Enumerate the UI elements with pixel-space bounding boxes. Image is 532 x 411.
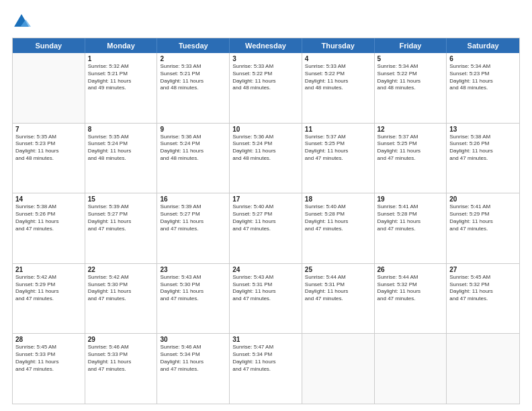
day-number: 24 [232,266,299,273]
cell-info-line: Sunset: 5:30 PM [88,281,154,289]
day-number: 19 [378,195,444,203]
calendar-day-24: 24Sunrise: 5:43 AMSunset: 5:31 PMDayligh… [230,264,302,334]
cell-info-line: Daylight: 11 hours [232,218,299,226]
cell-info-line: Daylight: 11 hours [232,288,299,295]
cell-info-line: and 47 minutes. [305,226,371,233]
logo-icon [12,12,31,31]
cell-info-line: and 48 minutes. [160,155,226,163]
cell-info-line: Sunrise: 5:33 AM [232,63,299,71]
calendar-week-2: 7Sunrise: 5:35 AMSunset: 5:23 PMDaylight… [13,124,519,194]
header [12,12,520,31]
cell-info-line: and 47 minutes. [449,226,517,233]
cell-info-line: Sunset: 5:29 PM [449,211,517,218]
calendar-day-4: 4Sunrise: 5:33 AMSunset: 5:22 PMDaylight… [302,53,375,123]
cell-info-line: Sunset: 5:33 PM [15,351,82,359]
cell-info-line: Daylight: 11 hours [15,288,82,295]
cell-info-line: Sunset: 5:27 PM [88,211,154,218]
cell-info-line: Daylight: 11 hours [160,288,226,295]
day-number: 10 [232,126,299,133]
cell-info-line: Sunrise: 5:36 AM [160,134,226,141]
calendar-header-row: SundayMondayTuesdayWednesdayThursdayFrid… [13,38,519,53]
calendar-day-8: 8Sunrise: 5:35 AMSunset: 5:24 PMDaylight… [85,124,158,193]
cell-info-line: and 47 minutes. [378,295,444,303]
cell-info-line: Sunset: 5:31 PM [305,281,371,289]
weekday-header-thursday: Thursday [302,38,375,53]
cell-info-line: Sunrise: 5:36 AM [232,134,299,141]
calendar-day-20: 20Sunrise: 5:41 AMSunset: 5:29 PMDayligh… [447,193,519,263]
day-number: 7 [15,126,82,133]
cell-info-line: Sunrise: 5:37 AM [305,134,371,141]
cell-info-line: Sunset: 5:25 PM [378,140,444,148]
cell-info-line: Sunrise: 5:40 AM [305,203,371,211]
cell-info-line: and 48 minutes. [232,155,299,163]
cell-info-line: Sunrise: 5:34 AM [378,63,444,71]
cell-info-line: Daylight: 11 hours [449,148,517,155]
cell-info-line: Daylight: 11 hours [305,218,371,226]
day-number: 16 [160,195,226,203]
cell-info-line: Daylight: 11 hours [160,78,226,85]
weekday-header-monday: Monday [85,38,158,53]
cell-info-line: Sunset: 5:27 PM [232,211,299,218]
calendar-day-9: 9Sunrise: 5:36 AMSunset: 5:24 PMDaylight… [157,124,230,193]
day-number: 11 [305,126,371,133]
cell-info-line: and 47 minutes. [160,366,226,373]
calendar-week-1: 1Sunrise: 5:32 AMSunset: 5:21 PMDaylight… [13,53,519,124]
calendar-day-18: 18Sunrise: 5:40 AMSunset: 5:28 PMDayligh… [302,193,375,263]
day-number: 2 [160,55,226,62]
cell-info-line: Sunset: 5:34 PM [232,351,299,359]
cell-info-line: and 47 minutes. [15,295,82,303]
cell-info-line: and 48 minutes. [160,85,226,92]
cell-info-line: and 47 minutes. [378,155,444,163]
cell-info-line: Daylight: 11 hours [15,148,82,155]
calendar-day-14: 14Sunrise: 5:38 AMSunset: 5:26 PMDayligh… [13,193,85,263]
cell-info-line: Sunset: 5:33 PM [88,351,154,359]
cell-info-line: Sunrise: 5:46 AM [160,344,226,351]
cell-info-line: Sunset: 5:32 PM [449,281,517,289]
cell-info-line: Sunrise: 5:44 AM [305,274,371,281]
day-number: 18 [305,195,371,203]
cell-info-line: Sunrise: 5:41 AM [378,203,444,211]
cell-info-line: Sunrise: 5:43 AM [232,274,299,281]
calendar-day-16: 16Sunrise: 5:39 AMSunset: 5:27 PMDayligh… [157,193,230,263]
calendar-day-13: 13Sunrise: 5:38 AMSunset: 5:26 PMDayligh… [447,124,519,193]
cell-info-line: and 48 minutes. [88,155,154,163]
cell-info-line: Daylight: 11 hours [449,288,517,295]
cell-info-line: and 49 minutes. [88,85,154,92]
cell-info-line: Daylight: 11 hours [378,148,444,155]
day-number: 17 [232,195,299,203]
cell-info-line: Sunrise: 5:46 AM [88,344,154,351]
day-number: 31 [232,336,299,343]
cell-info-line: Sunrise: 5:42 AM [15,274,82,281]
cell-info-line: Daylight: 11 hours [449,78,517,85]
cell-info-line: Sunrise: 5:35 AM [88,134,154,141]
day-number: 4 [305,55,371,62]
cell-info-line: Daylight: 11 hours [232,148,299,155]
cell-info-line: Sunset: 5:31 PM [232,281,299,289]
cell-info-line: Sunrise: 5:34 AM [449,63,517,71]
cell-info-line: Sunrise: 5:45 AM [449,274,517,281]
cell-info-line: Sunset: 5:28 PM [305,211,371,218]
day-number: 8 [88,126,154,133]
cell-info-line: Daylight: 11 hours [88,359,154,366]
day-number: 13 [449,126,517,133]
cell-info-line: Daylight: 11 hours [160,148,226,155]
day-number: 26 [378,266,444,273]
calendar-day-6: 6Sunrise: 5:34 AMSunset: 5:23 PMDaylight… [447,53,519,123]
day-number: 20 [449,195,517,203]
cell-info-line: and 47 minutes. [449,155,517,163]
cell-info-line: and 47 minutes. [378,226,444,233]
cell-info-line: Sunrise: 5:39 AM [160,203,226,211]
day-number: 15 [88,195,154,203]
day-number: 6 [449,55,517,62]
cell-info-line: Sunrise: 5:33 AM [160,63,226,71]
calendar: SundayMondayTuesdayWednesdayThursdayFrid… [12,38,520,404]
calendar-day-31: 31Sunrise: 5:47 AMSunset: 5:34 PMDayligh… [230,334,302,404]
calendar-day-28: 28Sunrise: 5:45 AMSunset: 5:33 PMDayligh… [13,334,85,404]
calendar-day-5: 5Sunrise: 5:34 AMSunset: 5:22 PMDaylight… [375,53,447,123]
cell-info-line: and 47 minutes. [232,226,299,233]
calendar-day-26: 26Sunrise: 5:44 AMSunset: 5:32 PMDayligh… [375,264,447,334]
cell-info-line: Sunrise: 5:35 AM [15,134,82,141]
day-number: 5 [378,55,444,62]
cell-info-line: Sunrise: 5:33 AM [305,63,371,71]
cell-info-line: Sunset: 5:32 PM [378,281,444,289]
